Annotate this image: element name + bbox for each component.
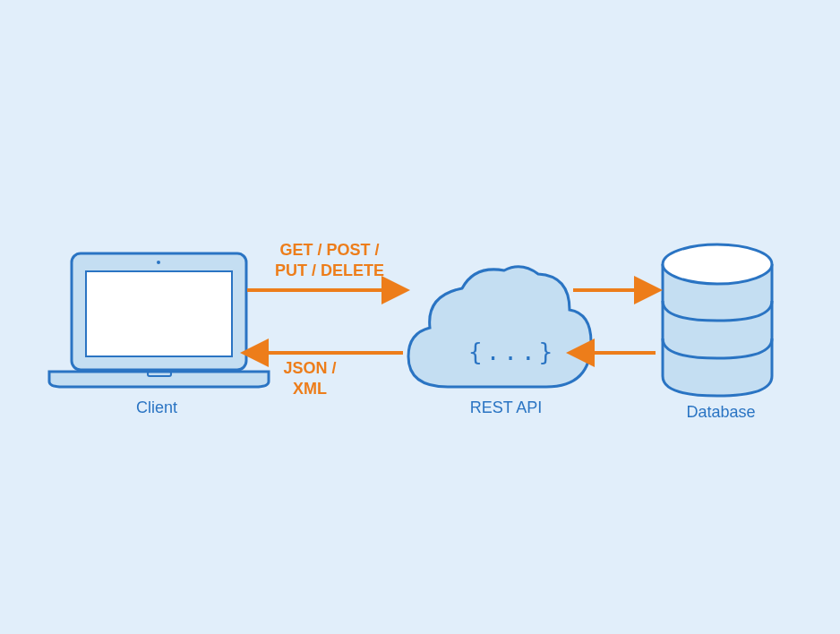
cloud-glyph: {...}	[468, 338, 556, 365]
api-label: REST API	[452, 398, 560, 417]
database-icon	[663, 244, 772, 396]
cloud-icon	[408, 267, 591, 387]
laptop-icon	[49, 253, 269, 387]
request-label-line2: PUT / DELETE	[275, 261, 384, 279]
svg-rect-1	[86, 271, 232, 356]
request-label-line1: GET / POST /	[279, 241, 379, 259]
response-label-line2: XML	[293, 380, 327, 398]
rest-api-diagram: GET / POST / PUT / DELETE JSON / XML {..…	[0, 0, 840, 634]
request-label: GET / POST / PUT / DELETE	[262, 240, 397, 282]
response-label-line1: JSON /	[283, 359, 336, 377]
client-label: Client	[99, 398, 215, 417]
database-label: Database	[667, 403, 775, 422]
response-label: JSON / XML	[274, 358, 346, 400]
svg-point-2	[157, 261, 160, 264]
svg-point-4	[663, 244, 772, 284]
